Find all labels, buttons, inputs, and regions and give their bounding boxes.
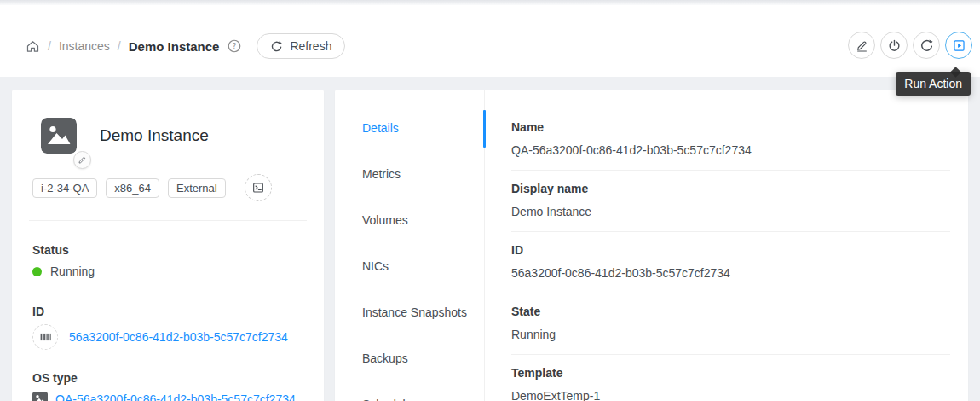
details-panel: Name QA-56a3200f-0c86-41d2-b03b-5c57c7cf… bbox=[485, 90, 968, 401]
os-type-label: OS type bbox=[32, 371, 303, 385]
field-label: ID bbox=[511, 241, 950, 259]
active-tab-indicator bbox=[483, 110, 486, 148]
field-display-name: Display name Demo Instance bbox=[511, 180, 950, 220]
instance-details-card: Details Metrics Volumes NICs Instance Sn… bbox=[335, 90, 968, 401]
field-divider bbox=[511, 354, 950, 355]
tab-nics[interactable]: NICs bbox=[362, 259, 389, 273]
instance-header: Demo Instance bbox=[41, 118, 303, 154]
field-label: Display name bbox=[511, 180, 950, 197]
field-state: State Running bbox=[511, 303, 950, 343]
run-action-tooltip: Run Action bbox=[896, 72, 971, 96]
instance-id-link[interactable]: 56a3200f-0c86-41d2-b03b-5c57c7cf2734 bbox=[69, 330, 288, 344]
edit-pencil-icon bbox=[855, 38, 869, 53]
tab-metrics[interactable]: Metrics bbox=[362, 167, 401, 181]
question-circle-icon[interactable]: ? bbox=[227, 38, 242, 54]
os-type-link[interactable]: QA-56a3200f-0c86-41d2-b03b-5c57c7cf2734 bbox=[55, 392, 296, 401]
tab-instance-snapshots[interactable]: Instance Snapshots bbox=[362, 305, 467, 319]
instance-image-icon bbox=[41, 118, 77, 154]
breadcrumb-item-current: Demo Instance bbox=[129, 39, 220, 54]
tab-details[interactable]: Details bbox=[362, 121, 399, 135]
status-value: Running bbox=[50, 264, 95, 278]
os-type-row: QA-56a3200f-0c86-41d2-b03b-5c57c7cf2734 bbox=[32, 392, 303, 401]
page-header: / Instances / Demo Instance ? Refresh bbox=[0, 5, 980, 77]
tag-arch[interactable]: x86_64 bbox=[106, 178, 159, 198]
field-id: ID 56a3200f-0c86-41d2-b03b-5c57c7cf2734 bbox=[511, 241, 950, 282]
stop-instance-button[interactable] bbox=[880, 32, 908, 59]
run-action-button[interactable] bbox=[945, 32, 972, 59]
tooltip-arrow bbox=[950, 67, 961, 78]
tab-volumes[interactable]: Volumes bbox=[362, 213, 408, 227]
field-label: Template bbox=[511, 364, 950, 381]
tag-hypervisor[interactable]: External bbox=[168, 178, 226, 198]
refresh-button[interactable]: Refresh bbox=[257, 33, 345, 59]
field-value: QA-56a3200f-0c86-41d2-b03b-5c57c7cf2734 bbox=[511, 142, 950, 159]
breadcrumb-item-instances[interactable]: Instances bbox=[59, 39, 110, 53]
field-divider bbox=[511, 293, 950, 293]
refresh-icon bbox=[270, 40, 283, 53]
power-icon bbox=[887, 38, 902, 53]
id-label: ID bbox=[32, 305, 303, 318]
tab-backups[interactable]: Backups bbox=[362, 352, 408, 365]
edit-button[interactable] bbox=[848, 32, 875, 59]
instance-title: Demo Instance bbox=[100, 126, 209, 145]
card-divider bbox=[29, 220, 307, 221]
field-value: Running bbox=[511, 326, 950, 343]
details-tab-nav: Details Metrics Volumes NICs Instance Sn… bbox=[335, 90, 485, 401]
field-label: Name bbox=[511, 119, 950, 136]
status-row: Running bbox=[32, 264, 303, 278]
header-actions bbox=[848, 32, 972, 59]
field-label: State bbox=[511, 303, 950, 320]
field-value: 56a3200f-0c86-41d2-b03b-5c57c7cf2734 bbox=[511, 264, 950, 282]
field-name: Name QA-56a3200f-0c86-41d2-b03b-5c57c7cf… bbox=[511, 119, 950, 159]
reload-icon bbox=[919, 38, 934, 53]
instance-tags: i-2-34-QA x86_64 External bbox=[32, 174, 303, 201]
os-image-icon bbox=[32, 392, 48, 401]
instance-summary-card: Demo Instance i-2-34-QA x86_64 External … bbox=[12, 90, 324, 401]
field-divider bbox=[511, 170, 950, 171]
caret-right-square-icon bbox=[952, 38, 966, 53]
reboot-instance-button[interactable] bbox=[913, 32, 940, 59]
svg-text:?: ? bbox=[233, 42, 237, 50]
breadcrumb: / Instances / Demo Instance ? Refresh bbox=[26, 32, 345, 60]
barcode-icon bbox=[32, 324, 58, 350]
id-row: 56a3200f-0c86-41d2-b03b-5c57c7cf2734 bbox=[32, 324, 303, 350]
breadcrumb-separator: / bbox=[118, 39, 121, 53]
field-value: DemoExtTemp-1 bbox=[511, 387, 950, 401]
field-value: Demo Instance bbox=[511, 203, 950, 220]
console-button[interactable] bbox=[245, 174, 272, 201]
tooltip-text: Run Action bbox=[904, 77, 962, 90]
tab-schedules[interactable]: Schedules bbox=[362, 398, 418, 401]
field-divider bbox=[511, 231, 950, 232]
breadcrumb-separator: / bbox=[48, 39, 51, 53]
home-icon[interactable] bbox=[26, 39, 40, 54]
tag-instance-name[interactable]: i-2-34-QA bbox=[32, 178, 97, 198]
edit-name-button[interactable] bbox=[73, 151, 91, 169]
refresh-button-label: Refresh bbox=[290, 39, 331, 53]
status-label: Status bbox=[32, 243, 303, 257]
status-dot bbox=[32, 267, 42, 276]
field-template: Template DemoExtTemp-1 bbox=[511, 364, 950, 401]
